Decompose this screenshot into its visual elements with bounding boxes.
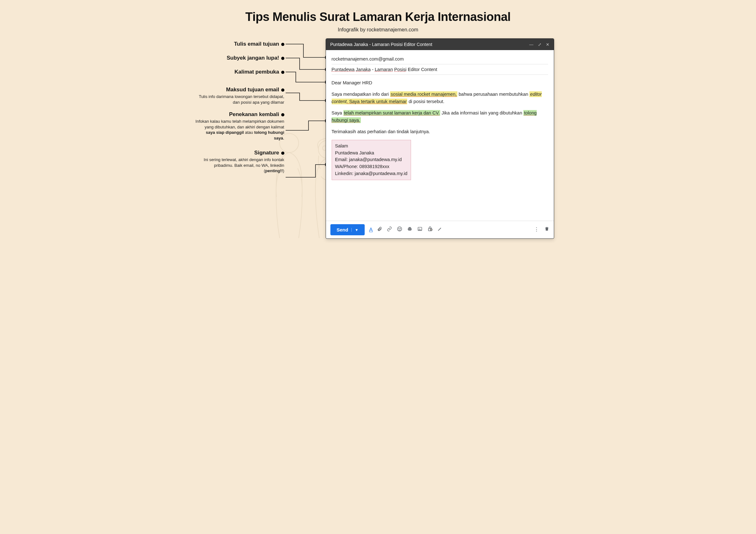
annotation-email-tujuan: Tulis email tujuan [196,41,284,47]
bullet-icon [281,113,284,116]
close-icon[interactable]: ✕ [546,42,550,47]
svg-point-4 [398,227,402,231]
drive-icon[interactable] [407,226,413,233]
pen-icon[interactable] [437,226,443,233]
bullet-icon [281,43,284,46]
subject-field[interactable]: Puntadewa Janaka - Lamaran Posisi Editor… [332,64,548,75]
page-subtitle: Infografik by rocketmanajemen.com [189,27,567,33]
expand-icon[interactable]: ⤢ [538,42,541,47]
page-title: Tips Menulis Surat Lamaran Kerja Interna… [189,0,567,24]
send-more-icon[interactable]: ▼ [351,228,358,232]
minimize-icon[interactable]: — [529,42,533,47]
email-compose-window: Puntadewa Janaka - Lamaran Posisi Editor… [326,38,554,239]
bullet-icon [281,57,284,60]
format-icon[interactable]: A [369,227,373,233]
bullet-icon [281,152,284,155]
more-icon[interactable]: ⋮ [534,226,539,233]
bullet-icon [281,89,284,92]
emoji-icon[interactable] [397,226,402,233]
bullet-icon [281,71,284,74]
confidential-icon[interactable] [427,226,433,233]
send-button[interactable]: Send ▼ [330,224,365,235]
link-icon[interactable] [387,226,392,233]
annotation-penekanan: Penekanan kembali Infokan kalau kamu tel… [196,111,284,141]
svg-point-6 [400,228,401,229]
annotation-signature: Signature Ini sering terlewat, akhiri de… [196,150,284,174]
paragraph-thanks: Terimakasih atas perhatian dan tindak la… [332,128,548,135]
email-message-body[interactable]: Dear Manager HRD Saya mendapatkan info d… [332,75,548,180]
window-title: Puntadewa Janaka - Lamaran Posisi Editor… [330,42,432,47]
trash-icon[interactable] [544,226,550,233]
email-window-header: Puntadewa Janaka - Lamaran Posisi Editor… [326,39,554,50]
svg-point-8 [419,228,419,229]
annotation-subyek: Subyek jangan lupa! [196,55,284,61]
paragraph-attachment: Saya telah melampirkan surat lamaran ker… [332,110,548,124]
attach-icon[interactable] [377,226,382,233]
paragraph-intent: Saya mendapatkan info dari sosial media … [332,91,548,105]
signature-block: Salam Puntadewa Janaka Email: janaka@pun… [332,140,411,180]
image-icon[interactable] [417,226,423,233]
annotations-panel: Tulis email tujuan Subyek jangan lupa! K… [196,38,284,178]
to-field[interactable]: rocketmanajemen.com@gmail.com [332,54,548,64]
greeting-line: Dear Manager HRD [332,79,548,86]
compose-toolbar: Send ▼ A [326,221,554,239]
annotation-kalimat-pembuka: Kalimat pembuka [196,69,284,75]
svg-point-5 [399,228,399,229]
annotation-maksud-tujuan: Maksud tujuan email Tulis info darimana … [196,87,284,105]
